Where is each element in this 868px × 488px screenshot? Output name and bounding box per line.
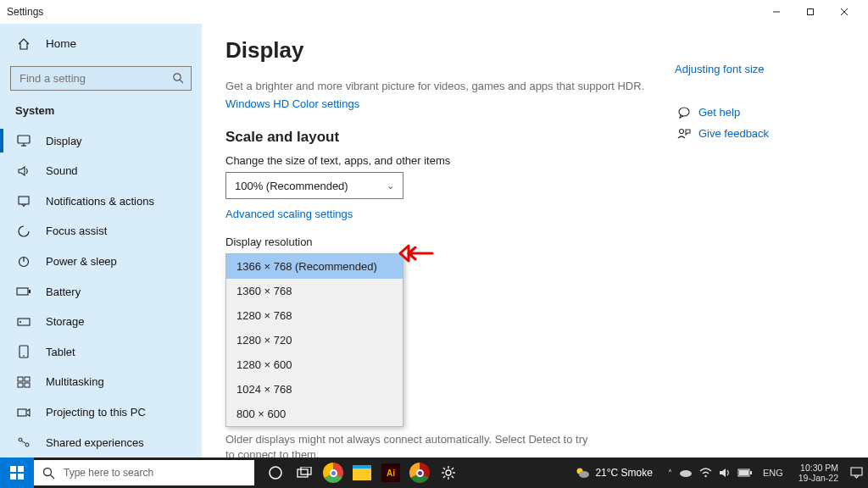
resolution-option[interactable]: 1360 × 768 bbox=[226, 279, 403, 303]
shared-experiences-icon bbox=[15, 436, 32, 448]
advanced-scaling-link[interactable]: Advanced scaling settings bbox=[225, 208, 675, 220]
resolution-option[interactable]: 800 × 600 bbox=[226, 402, 403, 426]
sidebar-search-input[interactable] bbox=[18, 71, 172, 86]
display-icon bbox=[15, 135, 32, 147]
svg-point-48 bbox=[680, 470, 692, 477]
sidebar-item-projecting[interactable]: Projecting to this PC bbox=[0, 397, 202, 428]
svg-rect-30 bbox=[10, 474, 16, 480]
window-title: Settings bbox=[7, 6, 43, 18]
sidebar-item-label: Power & sleep bbox=[46, 255, 117, 268]
tray-chevron-icon[interactable]: ˄ bbox=[668, 469, 672, 478]
tray-clock[interactable]: 10:30 PM 19-Jan-22 bbox=[793, 463, 843, 483]
resolution-option[interactable]: 1366 × 768 (Recommended) bbox=[226, 254, 403, 279]
taskbar-app-explorer[interactable] bbox=[348, 458, 376, 488]
task-view-button[interactable] bbox=[290, 458, 319, 488]
sidebar-item-storage[interactable]: Storage bbox=[0, 307, 202, 337]
resolution-option[interactable]: 1280 × 720 bbox=[226, 328, 403, 352]
projecting-icon bbox=[15, 407, 32, 419]
give-feedback-link[interactable]: Give feedback bbox=[675, 127, 844, 140]
sidebar-item-notifications[interactable]: Notifications & actions bbox=[0, 186, 202, 217]
sidebar-item-power-sleep[interactable]: Power & sleep bbox=[0, 247, 202, 277]
svg-rect-53 bbox=[851, 468, 862, 475]
hdr-description: Get a brighter and more vibrant picture … bbox=[225, 79, 675, 94]
svg-rect-52 bbox=[750, 471, 752, 474]
cortana-button[interactable] bbox=[261, 458, 290, 488]
resolution-option[interactable]: 1280 × 600 bbox=[226, 352, 403, 377]
svg-rect-22 bbox=[18, 409, 26, 416]
svg-line-5 bbox=[180, 80, 183, 84]
tray-language[interactable]: ENG bbox=[760, 468, 787, 478]
close-button[interactable] bbox=[827, 0, 861, 24]
notifications-icon bbox=[15, 195, 32, 207]
svg-point-47 bbox=[579, 471, 589, 478]
sidebar-item-label: Multitasking bbox=[46, 375, 104, 388]
resolution-option[interactable]: 1024 × 768 bbox=[226, 377, 403, 402]
start-button[interactable] bbox=[0, 458, 34, 488]
tray-battery-icon[interactable] bbox=[737, 469, 753, 477]
sidebar-search[interactable] bbox=[10, 66, 192, 92]
svg-point-24 bbox=[25, 443, 29, 446]
svg-point-15 bbox=[19, 321, 21, 323]
svg-rect-28 bbox=[10, 466, 16, 472]
adjusting-font-size-link[interactable]: Adjusting font size bbox=[675, 63, 844, 75]
svg-rect-20 bbox=[18, 383, 23, 387]
taskbar-app-chrome[interactable] bbox=[319, 458, 348, 488]
svg-rect-51 bbox=[739, 470, 748, 475]
feedback-icon bbox=[675, 128, 693, 140]
svg-point-4 bbox=[174, 74, 181, 80]
maximize-button[interactable] bbox=[793, 0, 827, 24]
right-panel: Adjusting font size Get help Give feedba… bbox=[675, 34, 844, 447]
resolution-label: Display resolution bbox=[225, 236, 675, 248]
svg-line-42 bbox=[443, 468, 445, 469]
sidebar-item-label: Battery bbox=[46, 286, 81, 298]
sidebar-group-system: System bbox=[0, 99, 202, 125]
taskbar-app-illustrator[interactable]: Ai bbox=[376, 458, 405, 488]
tablet-icon bbox=[15, 345, 32, 358]
storage-icon bbox=[15, 317, 32, 327]
svg-rect-9 bbox=[19, 197, 29, 204]
taskbar-pinned: Ai bbox=[261, 458, 463, 488]
tray-volume-icon[interactable] bbox=[719, 468, 731, 478]
taskbar-app-settings[interactable] bbox=[434, 458, 463, 488]
sidebar-item-sound[interactable]: Sound bbox=[0, 156, 202, 186]
main-content: Display Get a brighter and more vibrant … bbox=[202, 24, 868, 458]
scale-combo-value: 100% (Recommended) bbox=[235, 180, 348, 192]
tray-onedrive-icon[interactable] bbox=[679, 468, 693, 478]
sidebar-item-multitasking[interactable]: Multitasking bbox=[0, 367, 202, 397]
svg-rect-29 bbox=[18, 466, 24, 472]
sidebar-item-label: Display bbox=[46, 135, 82, 147]
minimize-button[interactable] bbox=[760, 0, 793, 24]
weather-widget[interactable]: 21°C Smoke bbox=[575, 466, 653, 480]
resolution-option[interactable]: 1280 × 768 bbox=[226, 303, 403, 328]
sidebar-home[interactable]: Home bbox=[0, 29, 202, 59]
annotation-arrow bbox=[398, 242, 436, 264]
scale-label: Change the size of text, apps, and other… bbox=[225, 154, 675, 167]
sidebar-item-shared-experiences[interactable]: Shared experiences bbox=[0, 427, 202, 458]
taskbar-search-placeholder: Type here to search bbox=[64, 467, 153, 479]
help-icon bbox=[675, 107, 693, 119]
sidebar-item-label: Projecting to this PC bbox=[46, 406, 146, 419]
hd-color-settings-link[interactable]: Windows HD Color settings bbox=[225, 97, 675, 110]
svg-rect-1 bbox=[808, 9, 814, 15]
sidebar: Home System Display Sound Notifications … bbox=[0, 24, 202, 458]
sidebar-home-label: Home bbox=[46, 37, 76, 50]
get-help-link[interactable]: Get help bbox=[675, 106, 844, 119]
taskbar-app-chrome-canary[interactable] bbox=[405, 458, 434, 488]
svg-point-17 bbox=[23, 356, 25, 358]
sidebar-item-battery[interactable]: Battery bbox=[0, 276, 202, 307]
window-titlebar: Settings bbox=[0, 0, 868, 24]
resolution-dropdown[interactable]: 1366 × 768 (Recommended) 1360 × 768 1280… bbox=[225, 253, 403, 427]
svg-line-25 bbox=[22, 441, 26, 444]
svg-rect-36 bbox=[301, 467, 311, 474]
scale-combo[interactable]: 100% (Recommended) ⌄ bbox=[225, 172, 403, 199]
svg-rect-31 bbox=[18, 474, 24, 480]
sidebar-item-tablet[interactable]: Tablet bbox=[0, 337, 202, 368]
sidebar-item-focus-assist[interactable]: Focus assist bbox=[0, 216, 202, 247]
scale-layout-heading: Scale and layout bbox=[225, 129, 675, 146]
tray-wifi-icon[interactable] bbox=[699, 468, 712, 478]
sidebar-item-display[interactable]: Display bbox=[0, 125, 202, 156]
sidebar-item-label: Shared experiences bbox=[46, 436, 144, 449]
svg-rect-35 bbox=[298, 469, 308, 477]
taskbar-search[interactable]: Type here to search bbox=[34, 460, 254, 485]
tray-action-center-icon[interactable] bbox=[850, 467, 863, 479]
